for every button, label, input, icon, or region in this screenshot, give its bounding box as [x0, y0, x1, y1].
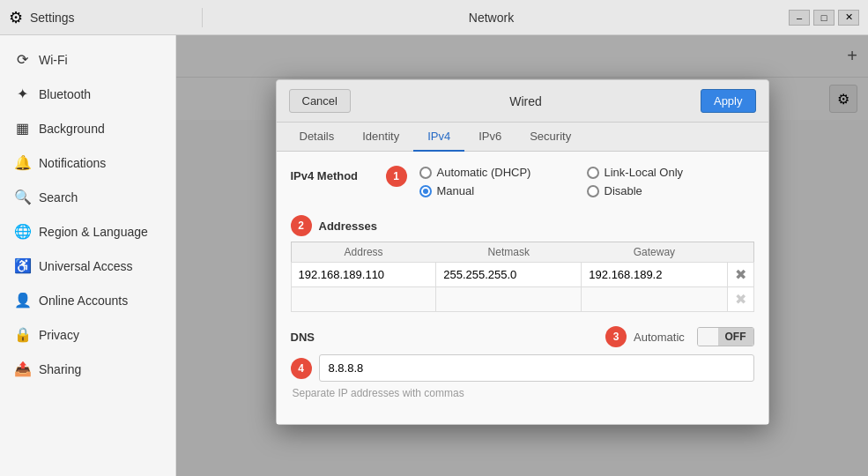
- delete-row-1-button[interactable]: ✖: [727, 263, 753, 287]
- addresses-section: 2 Addresses Address Netmask Gateway: [291, 215, 754, 312]
- tab-identity[interactable]: Identity: [348, 123, 413, 152]
- wifi-icon: ⟳: [14, 51, 30, 68]
- sidebar-item-universal[interactable]: ♿ Universal Access: [0, 249, 175, 283]
- ipv4-method-section: IPv4 Method 1 Automatic (DHCP): [291, 166, 754, 197]
- dns-section: DNS 3 Automatic OFF: [291, 326, 754, 399]
- radio-disable[interactable]: Disable: [587, 184, 754, 197]
- address-input-2[interactable]: [292, 287, 436, 311]
- col-gateway: Gateway: [582, 242, 727, 263]
- radio-link-local-circle: [587, 167, 599, 179]
- badge-4: 4: [291, 358, 312, 379]
- tab-security[interactable]: Security: [516, 123, 585, 152]
- toggle-on-label: [698, 328, 718, 346]
- toggle-off-label: OFF: [718, 328, 753, 346]
- badge-2: 2: [291, 215, 312, 236]
- radio-disable-circle: [587, 185, 599, 197]
- sidebar-label-universal: Universal Access: [39, 259, 133, 273]
- settings-icon: ⚙: [9, 8, 23, 27]
- gateway-input-2[interactable]: [582, 287, 726, 311]
- region-icon: 🌐: [14, 223, 30, 240]
- main-layout: ⟳ Wi-Fi ✦ Bluetooth ▦ Background 🔔 Notif…: [0, 35, 868, 476]
- sidebar-item-online-accounts[interactable]: 👤 Online Accounts: [0, 283, 175, 317]
- table-row: ✖: [291, 263, 753, 287]
- sharing-icon: 📤: [14, 361, 30, 377]
- sidebar-item-notifications[interactable]: 🔔 Notifications: [0, 145, 175, 180]
- method-label: IPv4 Method: [291, 166, 379, 182]
- background-icon: ▦: [14, 120, 30, 137]
- maximize-button[interactable]: □: [813, 10, 835, 26]
- sidebar-label-search: Search: [39, 190, 78, 205]
- notifications-icon: 🔔: [14, 154, 30, 171]
- sidebar-label-bluetooth: Bluetooth: [39, 87, 91, 101]
- gateway-cell-2[interactable]: [582, 287, 727, 312]
- sidebar-item-sharing[interactable]: 📤 Sharing: [0, 352, 175, 386]
- address-input-1[interactable]: [292, 263, 436, 286]
- sidebar: ⟳ Wi-Fi ✦ Bluetooth ▦ Background 🔔 Notif…: [0, 35, 176, 476]
- dialog-body: IPv4 Method 1 Automatic (DHCP): [277, 152, 768, 424]
- apply-button[interactable]: Apply: [701, 89, 756, 113]
- dialog-title: Wired: [358, 94, 694, 108]
- sidebar-label-wifi: Wi-Fi: [39, 53, 68, 67]
- sidebar-item-privacy[interactable]: 🔒 Privacy: [0, 317, 175, 352]
- dns-toggle[interactable]: OFF: [697, 327, 754, 346]
- minimize-button[interactable]: –: [789, 10, 810, 26]
- tab-ipv4[interactable]: IPv4: [413, 123, 464, 152]
- sidebar-item-background[interactable]: ▦ Background: [0, 111, 175, 145]
- auto-label: Automatic: [634, 331, 685, 344]
- radio-manual[interactable]: Manual: [419, 184, 587, 197]
- sidebar-item-bluetooth[interactable]: ✦ Bluetooth: [0, 77, 175, 111]
- dns-label: DNS: [291, 331, 606, 344]
- radio-disable-label: Disable: [605, 184, 642, 197]
- titlebar: ⚙ Settings Network – □ ✕: [0, 0, 868, 35]
- sidebar-item-search[interactable]: 🔍 Search: [0, 180, 175, 214]
- sidebar-label-region: Region & Language: [39, 225, 148, 239]
- radio-dhcp-circle: [419, 167, 432, 179]
- radio-link-local[interactable]: Link-Local Only: [587, 166, 754, 179]
- gateway-cell-1[interactable]: [582, 263, 727, 287]
- dialog-overlay: Cancel Wired Apply Details Identity IPv4…: [176, 35, 868, 476]
- netmask-input-2[interactable]: [436, 287, 581, 311]
- search-icon: 🔍: [14, 189, 30, 205]
- online-accounts-icon: 👤: [14, 292, 30, 309]
- window-controls: – □ ✕: [780, 10, 868, 26]
- gateway-input-1[interactable]: [582, 263, 726, 286]
- col-address: Address: [291, 242, 436, 263]
- dialog-header: Cancel Wired Apply: [277, 80, 768, 123]
- delete-row-2-button[interactable]: ✖: [727, 287, 753, 312]
- dns-header: DNS 3 Automatic OFF: [291, 326, 754, 347]
- tab-details[interactable]: Details: [286, 123, 349, 152]
- badge-1: 1: [386, 166, 407, 187]
- settings-title: Settings: [30, 11, 75, 25]
- method-options: Automatic (DHCP) Manual: [419, 166, 754, 197]
- addresses-label: Addresses: [319, 219, 377, 233]
- cancel-button[interactable]: Cancel: [289, 89, 351, 113]
- bluetooth-icon: ✦: [14, 86, 30, 102]
- table-row: ✖: [291, 287, 753, 312]
- universal-icon: ♿: [14, 257, 30, 274]
- tab-ipv6[interactable]: IPv6: [464, 123, 516, 152]
- sidebar-label-privacy: Privacy: [39, 328, 79, 342]
- sidebar-item-region[interactable]: 🌐 Region & Language: [0, 214, 175, 249]
- titlebar-left: ⚙ Settings: [0, 8, 203, 27]
- sidebar-label-sharing: Sharing: [39, 362, 81, 376]
- addresses-table: Address Netmask Gateway: [291, 242, 754, 312]
- sidebar-label-background: Background: [39, 122, 105, 136]
- wired-dialog: Cancel Wired Apply Details Identity IPv4…: [276, 79, 769, 425]
- netmask-input-1[interactable]: [436, 263, 581, 286]
- address-cell-2[interactable]: [291, 287, 436, 312]
- dns-hint: Separate IP addresses with commas: [291, 387, 466, 399]
- sidebar-item-wifi[interactable]: ⟳ Wi-Fi: [0, 42, 175, 77]
- sidebar-label-online-accounts: Online Accounts: [39, 294, 128, 308]
- dialog-tabs: Details Identity IPv4 IPv6 Security: [277, 123, 768, 152]
- privacy-icon: 🔒: [14, 326, 30, 343]
- address-cell-1[interactable]: [291, 263, 436, 287]
- netmask-cell-2[interactable]: [436, 287, 582, 312]
- sidebar-label-notifications: Notifications: [39, 156, 106, 170]
- netmask-cell-1[interactable]: [436, 263, 582, 287]
- radio-manual-label: Manual: [437, 184, 475, 197]
- dns-input[interactable]: [319, 354, 754, 382]
- close-button[interactable]: ✕: [838, 10, 859, 26]
- col-netmask: Netmask: [436, 242, 582, 263]
- method-col-left: Automatic (DHCP) Manual: [419, 166, 587, 197]
- radio-dhcp[interactable]: Automatic (DHCP): [419, 166, 587, 179]
